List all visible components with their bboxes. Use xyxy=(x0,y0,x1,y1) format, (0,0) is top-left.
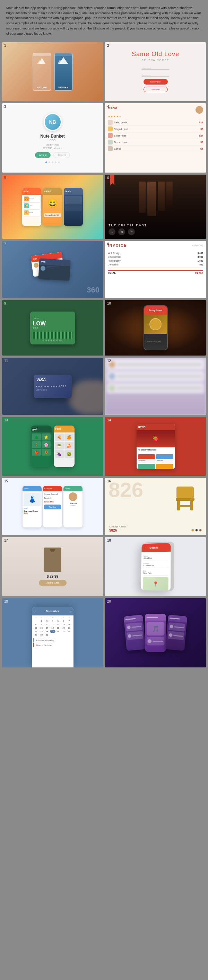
cal-day-13[interactable]: 13 xyxy=(61,623,67,626)
cell-3: 3 NB Nute Bunket CEO Meeting 12/25/13, V… xyxy=(2,103,103,173)
cell-17: 17 $ 29.99 Add to Cart xyxy=(2,537,103,596)
calendar-event-2[interactable]: Allison's Birthday xyxy=(33,643,72,648)
cal-day-9[interactable]: 9 xyxy=(39,623,44,626)
cell-number-16: 16 xyxy=(107,479,111,483)
shop-header-text-2: Checkout xyxy=(44,488,52,490)
pay-button[interactable]: Pay Now xyxy=(44,504,61,509)
menu-item-2: Soup du jour $8 xyxy=(108,126,203,132)
sol-password-field[interactable]: Password xyxy=(142,72,170,76)
cal-day-3[interactable]: 3 xyxy=(44,619,50,623)
sol-username-field[interactable]: Username xyxy=(142,65,170,70)
cal-day-19[interactable]: 19 xyxy=(56,626,61,630)
shop-phone-3: Profile Jane Doe 3 orders xyxy=(64,486,83,527)
profile-name: Nute Bunket xyxy=(40,134,65,138)
shop-tag-1: NEW xyxy=(24,508,41,509)
cal-day-5[interactable]: 5 xyxy=(56,619,61,623)
invoice-desc-4: Consulting xyxy=(108,263,119,266)
cal-day-20[interactable]: 20 xyxy=(61,626,67,630)
persp-value-1: John Doe xyxy=(143,557,168,559)
food-header-text: FOOD xyxy=(56,428,61,430)
cell-13: 13 gwlr 🌲 ⭐ 🎄 🌸 🍎 🌻 FOOD xyxy=(2,417,103,476)
card-code: RSA xyxy=(33,327,73,330)
cal-day-17[interactable]: 17 xyxy=(44,626,50,630)
hand-blur xyxy=(68,380,103,415)
calendar-event-1[interactable]: Jonathan's Birthday xyxy=(33,638,72,643)
svg-rect-6 xyxy=(177,501,180,511)
color-dot-3[interactable] xyxy=(199,529,202,531)
cal-day-30[interactable]: 30 xyxy=(39,633,44,636)
cal-day-15[interactable]: 15 xyxy=(33,626,39,630)
editorial-title: THE BRUTAL EAST xyxy=(108,224,202,227)
cal-day-14[interactable]: 14 xyxy=(67,623,72,626)
cal-day-10[interactable]: 10 xyxy=(44,623,50,626)
mini-card-3: 🍕 Pizza xyxy=(23,210,40,216)
cal-day-11[interactable]: 11 xyxy=(50,623,56,626)
cell-number-5: 5 xyxy=(4,176,6,180)
cal-day-27[interactable]: 27 xyxy=(61,630,67,633)
cell-18-content: ← Details Name John Doe Address 123 Main… xyxy=(105,537,206,596)
gwlr-grid: 🌲 ⭐ 🎄 🌸 🍎 🌻 xyxy=(31,433,52,457)
news-small-1: Berry news xyxy=(138,454,155,463)
pp-card-2 xyxy=(127,631,143,640)
cal-next[interactable]: › xyxy=(69,609,70,613)
add-to-cart-button[interactable]: Add to Cart xyxy=(39,580,67,586)
sol-listen-button[interactable]: Listen Now xyxy=(143,79,168,84)
accept-button[interactable]: Accept xyxy=(35,152,51,158)
food-grid-item-1: 🍕 xyxy=(55,434,64,441)
cal-day-6[interactable]: 6 xyxy=(61,619,67,623)
color-dot-1[interactable] xyxy=(191,529,194,531)
cal-day-31[interactable]: 31 xyxy=(44,633,50,636)
cell-20: 20 xyxy=(105,598,206,667)
sol-download-button[interactable]: Download xyxy=(143,87,168,92)
ui-grid: 1 NATURE xyxy=(0,40,208,670)
profile-date: 12/25/13, Venue+ xyxy=(43,147,62,150)
gwlr-item-3: 🎄 xyxy=(32,441,41,448)
cal-day-26[interactable]: 26 xyxy=(56,630,61,633)
menu-item-text-2: Soup du jour xyxy=(114,128,199,130)
cal-day-today[interactable]: 25 xyxy=(50,630,56,633)
shop-price-1: $49 xyxy=(24,512,41,515)
track-bar-2 xyxy=(65,205,82,211)
cell-number-7: 7 xyxy=(4,242,6,246)
color-dot-2[interactable] xyxy=(195,529,198,531)
phone-mock-2: NATURE xyxy=(54,52,73,91)
card-label: LEVEL xyxy=(33,317,40,320)
phone-top-bar xyxy=(33,53,51,56)
cal-day-7[interactable]: 7 xyxy=(67,619,72,623)
cal-day-23[interactable]: 23 xyxy=(39,630,44,633)
cancel-button[interactable]: Cancel xyxy=(53,152,70,158)
cal-prev[interactable]: ‹ xyxy=(35,609,36,613)
star-3: ★ xyxy=(113,115,116,118)
cal-day-16[interactable]: 16 xyxy=(39,626,44,630)
mini-phone-header-3: TRACK xyxy=(64,188,83,195)
food-grid-phone: FOOD 🍕 🍊 🥗 🍰 🍇 🥝 xyxy=(54,426,75,467)
cal-day-4[interactable]: 4 xyxy=(50,619,56,623)
shop-header-2: Checkout xyxy=(43,486,62,492)
cal-day-18[interactable]: 18 xyxy=(50,626,56,630)
red-bookmark xyxy=(110,175,114,183)
cal-day-24[interactable]: 24 xyxy=(44,630,50,633)
furniture-chair xyxy=(170,481,201,516)
pp-text-2 xyxy=(132,635,142,636)
cal-day-8[interactable]: 8 xyxy=(33,623,39,626)
food-grid-item-3: 🥗 xyxy=(55,442,64,449)
cal-day-22[interactable]: 22 xyxy=(33,630,39,633)
cal-day-2[interactable]: 2 xyxy=(39,619,44,623)
cal-day-21[interactable]: 21 xyxy=(67,626,72,630)
pp-text-3 xyxy=(152,641,163,642)
mountain-icon xyxy=(37,56,47,65)
shop-figure-img-1: 👗 xyxy=(29,496,36,503)
chair-svg xyxy=(173,485,197,512)
news-small-text-2: Health tips xyxy=(156,459,173,461)
cal-day-28[interactable]: 28 xyxy=(67,630,72,633)
cell-11-content: VISA •••• •••• •••• 4521 JOHN DOE xyxy=(2,358,103,415)
news-small-top-2 xyxy=(156,454,173,459)
news-small-top-3 xyxy=(138,464,155,469)
cal-day-12[interactable]: 12 xyxy=(56,623,61,626)
day-label-mo: M xyxy=(39,616,44,619)
cal-day-29[interactable]: 29 xyxy=(33,633,39,636)
pp-content-2: 🎵 xyxy=(145,620,166,648)
cell-12-content xyxy=(105,358,206,415)
menu-item-4: Dessert cake $7 xyxy=(108,139,203,146)
editorial-icon-1: ♡ xyxy=(108,228,116,235)
